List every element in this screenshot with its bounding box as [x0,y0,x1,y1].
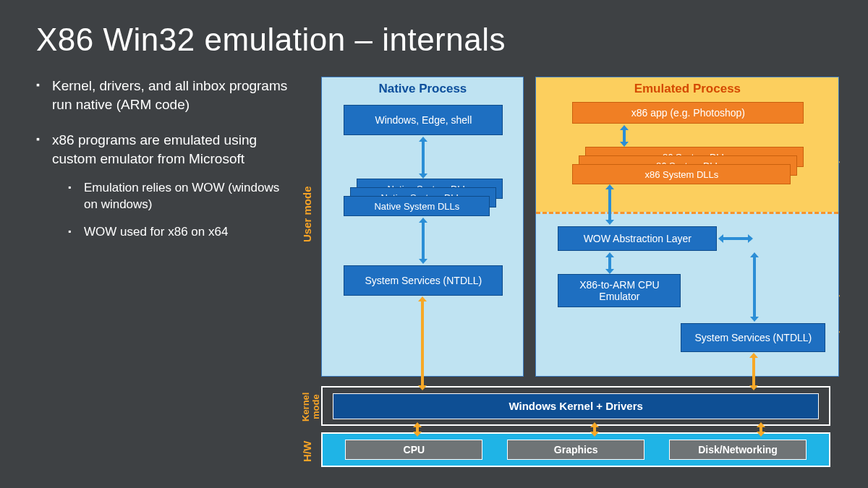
native-dlls-1: Native System DLLs [344,196,490,216]
arrow-wow-emu [608,257,611,270]
arrow-emul-to-kernel [752,357,755,386]
arrow-wow-ntdll [753,257,756,317]
hw-cpu: CPU [345,440,482,460]
architecture-diagram: User mode Kernel mode H/W x86 Code Nativ… [304,77,839,467]
bullet-2-text: x86 programs are emulated using custom e… [52,132,257,166]
arrow-x86dll-wow [608,189,611,221]
emulated-process-panel: Emulated Process x86 app (e.g. Photoshop… [535,77,839,377]
bullet-2b: WOW used for x86 on x64 [52,224,289,241]
label-kernel-mode: Kernel mode [301,389,320,425]
native-dlls-stack: Native System DLLs Native System DLLs Na… [344,179,503,216]
kernel-box: Windows Kernel + Drivers [333,393,819,419]
arrow-native-dll-ntdll [422,222,425,260]
hw-row: CPU Graphics Disk/Networking [321,432,830,467]
arrow-kernel-gfx [593,427,596,432]
wow-layer-box: WOW Abstraction Layer [558,226,717,251]
bullet-2: x86 programs are emulated using custom e… [36,131,289,241]
emulated-divider [536,212,838,214]
arrow-kernel-disk [760,427,762,432]
bullet-1: Kernel, drivers, and all inbox programs … [36,77,289,114]
bullet-list: Kernel, drivers, and all inbox programs … [36,77,289,467]
cpu-emulator-box: X86-to-ARM CPU Emulator [558,274,681,307]
arrow-kernel-cpu [416,427,419,432]
label-hw: H/W [301,437,313,466]
x86-app-box: x86 app (e.g. Photoshop) [572,102,804,124]
emulated-ntdll-box: System Services (NTDLL) [681,323,825,352]
x86-dlls-1: x86 System DLLs [572,164,791,184]
emulated-header: Emulated Process [536,77,838,99]
arrow-native-app-dll [422,141,425,174]
hw-disk: Disk/Networking [669,440,807,460]
arrow-native-to-kernel [421,301,424,386]
arrow-dash-right [723,237,749,240]
bullet-2a: Emulation relies on WOW (windows on wind… [52,180,289,213]
arrow-x86app-dll [623,129,626,142]
native-header: Native Process [322,77,523,99]
native-ntdll-box: System Services (NTDLL) [344,265,503,296]
x86-dlls-stack: x86 System DLLs x86 System DLLs x86 Syst… [572,147,804,184]
native-apps-box: Windows, Edge, shell [344,105,503,135]
kernel-row: Windows Kernel + Drivers [321,386,830,426]
slide-title: X86 Win32 emulation – internals [36,22,839,58]
label-user-mode: User mode [301,149,313,279]
hw-gfx: Graphics [507,440,644,460]
